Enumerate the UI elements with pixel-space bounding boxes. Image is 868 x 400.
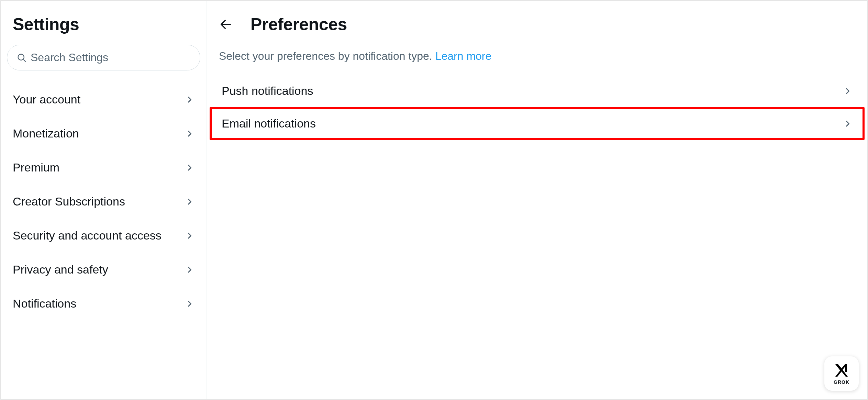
settings-title: Settings <box>1 8 207 45</box>
chevron-right-icon <box>185 299 194 309</box>
sidebar-item-security[interactable]: Security and account access <box>1 219 207 253</box>
chevron-right-icon <box>185 265 194 275</box>
sidebar-item-premium[interactable]: Premium <box>1 151 207 185</box>
svg-line-1 <box>23 59 25 62</box>
chevron-right-icon <box>843 86 853 96</box>
grok-badge[interactable]: GROK <box>824 356 859 391</box>
sidebar-item-notifications[interactable]: Notifications <box>1 287 207 321</box>
search-input[interactable] <box>31 51 190 64</box>
search-icon <box>17 53 26 63</box>
sidebar-item-label: Premium <box>13 161 59 174</box>
sidebar-item-creator-subscriptions[interactable]: Creator Subscriptions <box>1 185 207 219</box>
search-box[interactable] <box>7 45 200 70</box>
sidebar-item-label: Your account <box>13 93 80 106</box>
app-container: Settings Your account Monetization Premi… <box>0 0 868 400</box>
page-title: Preferences <box>251 14 347 34</box>
main-header: Preferences <box>207 8 867 45</box>
page-description: Select your preferences by notification … <box>207 45 867 75</box>
search-wrapper <box>1 45 207 82</box>
sidebar-item-label: Notifications <box>13 297 76 310</box>
sidebar-item-label: Security and account access <box>13 229 162 242</box>
svg-point-0 <box>18 54 24 60</box>
pref-item-label: Push notifications <box>222 84 313 98</box>
grok-label: GROK <box>834 379 849 385</box>
chevron-right-icon <box>843 119 853 129</box>
chevron-right-icon <box>185 163 194 173</box>
learn-more-link[interactable]: Learn more <box>435 50 492 62</box>
arrow-left-icon <box>219 18 233 31</box>
pref-item-email-notifications[interactable]: Email notifications <box>210 107 865 140</box>
pref-item-push-notifications[interactable]: Push notifications <box>210 75 865 107</box>
settings-sidebar: Settings Your account Monetization Premi… <box>1 1 207 399</box>
grok-logo-icon <box>833 362 850 379</box>
sidebar-item-monetization[interactable]: Monetization <box>1 116 207 151</box>
sidebar-item-your-account[interactable]: Your account <box>1 82 207 116</box>
pref-item-label: Email notifications <box>222 117 316 130</box>
sidebar-item-privacy[interactable]: Privacy and safety <box>1 253 207 287</box>
main-content: Preferences Select your preferences by n… <box>207 1 867 399</box>
chevron-right-icon <box>185 95 194 104</box>
chevron-right-icon <box>185 197 194 207</box>
sidebar-item-label: Privacy and safety <box>13 263 108 276</box>
chevron-right-icon <box>185 231 194 241</box>
settings-nav-list: Your account Monetization Premium Creato… <box>1 82 207 321</box>
chevron-right-icon <box>185 129 194 138</box>
sidebar-item-label: Creator Subscriptions <box>13 195 125 208</box>
description-text: Select your preferences by notification … <box>219 50 435 62</box>
preferences-list: Push notifications Email notifications <box>207 75 867 140</box>
back-button[interactable] <box>219 18 233 31</box>
svg-rect-3 <box>845 364 847 372</box>
sidebar-item-label: Monetization <box>13 127 79 140</box>
